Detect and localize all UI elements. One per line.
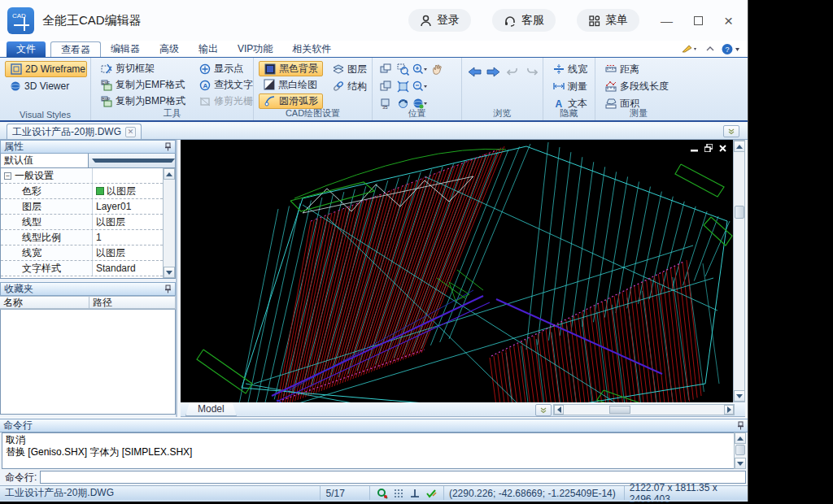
- tab-viewer[interactable]: 查看器: [50, 41, 101, 57]
- pencil-menu-icon[interactable]: [681, 43, 699, 54]
- show-points-icon: [198, 63, 211, 75]
- tab-vip[interactable]: VIP功能: [228, 41, 282, 57]
- copy-emf-button[interactable]: EMF 复制为EMF格式: [96, 77, 190, 93]
- linewidth-button[interactable]: 线宽: [548, 61, 591, 77]
- 2d-wireframe-button[interactable]: 2D Wireframe: [5, 61, 87, 77]
- copy-view-icon[interactable]: [378, 80, 394, 94]
- document-tab-strip: 工业设计产品-20期.DWG ✕: [0, 124, 748, 140]
- scroll-up-icon[interactable]: [164, 168, 175, 180]
- login-button[interactable]: 登录: [408, 9, 471, 32]
- menu-button[interactable]: 菜单: [577, 9, 639, 32]
- show-points-button[interactable]: 显示点: [194, 61, 257, 76]
- preset-dropdown[interactable]: 默认值: [0, 154, 176, 168]
- command-line-entry: 取消: [6, 434, 742, 446]
- osnap-icon[interactable]: [425, 489, 437, 498]
- zoom-window-icon[interactable]: [395, 63, 411, 77]
- property-row[interactable]: 色彩 以图层: [1, 184, 163, 199]
- grid-snap-icon[interactable]: [394, 489, 404, 498]
- property-row[interactable]: 线型比例 1: [1, 230, 163, 245]
- zoom-in-icon[interactable]: [412, 63, 428, 77]
- tab-overflow-icon[interactable]: [723, 125, 739, 137]
- command-prompt-label: 命令行:: [2, 471, 37, 484]
- model-tab-strip: Model: [181, 402, 745, 417]
- scroll-up-icon[interactable]: [735, 432, 746, 444]
- undo-icon[interactable]: [505, 64, 521, 79]
- tab-output[interactable]: 输出: [189, 41, 228, 57]
- help-icon[interactable]: ?: [722, 43, 741, 55]
- minimize-button[interactable]: —: [661, 15, 673, 27]
- favorites-list[interactable]: [0, 310, 176, 415]
- document-tab[interactable]: 工业设计产品-20期.DWG ✕: [7, 124, 142, 139]
- collapse-icon[interactable]: −: [4, 172, 11, 180]
- scroll-thumb[interactable]: [735, 206, 744, 219]
- viewports-icon[interactable]: [378, 63, 394, 77]
- layout-overflow-icon[interactable]: [535, 404, 552, 416]
- scroll-left-icon[interactable]: [554, 405, 564, 415]
- color-swatch: [96, 187, 104, 195]
- model-tab[interactable]: Model: [185, 402, 237, 416]
- property-row[interactable]: 图层 Layer01: [1, 199, 163, 215]
- 3d-viewer-button[interactable]: 3D Viewer: [5, 78, 87, 94]
- measure-toggle-button[interactable]: 测量: [548, 78, 591, 94]
- customer-service-button[interactable]: 客服: [492, 9, 556, 32]
- tab-advanced[interactable]: 高级: [150, 41, 189, 57]
- pan-hand-icon[interactable]: [430, 63, 445, 77]
- favorites-panel: 收藏夹 名称 路径: [0, 282, 176, 415]
- layers-button[interactable]: 图层: [328, 61, 371, 77]
- column-path[interactable]: 路径: [89, 296, 176, 309]
- viewport-minimize-icon[interactable]: [691, 144, 698, 152]
- distance-icon: [604, 63, 617, 76]
- properties-scrollbar[interactable]: [163, 168, 175, 278]
- distance-button[interactable]: 距离: [600, 61, 678, 77]
- maximize-button[interactable]: [694, 15, 703, 27]
- group-position: 35 位置: [373, 58, 462, 120]
- command-scrollbar[interactable]: [734, 432, 746, 469]
- structure-button[interactable]: 结构: [328, 78, 371, 94]
- dropdown-arrow-icon[interactable]: [88, 154, 176, 167]
- viewport-vscrollbar[interactable]: [733, 140, 745, 402]
- pin-icon[interactable]: [737, 421, 744, 430]
- ortho-icon[interactable]: [410, 489, 420, 498]
- tab-editor[interactable]: 编辑器: [101, 41, 150, 57]
- property-row[interactable]: 线宽 以图层: [1, 245, 163, 261]
- pin-icon[interactable]: [164, 285, 172, 293]
- scroll-thumb[interactable]: [735, 445, 745, 455]
- scroll-right-icon[interactable]: [724, 405, 734, 415]
- copy-bmp-icon: BMP: [100, 95, 112, 107]
- zoom-extents-icon[interactable]: [395, 80, 411, 94]
- zoom-out-icon[interactable]: [412, 80, 428, 94]
- tab-related[interactable]: 相关软件: [282, 41, 341, 57]
- back-arrow-icon[interactable]: [467, 64, 482, 79]
- pin-icon[interactable]: [164, 142, 172, 151]
- black-background-button[interactable]: 黑色背景: [259, 61, 323, 76]
- property-row[interactable]: 线型 以图层: [1, 215, 163, 230]
- forward-arrow-icon[interactable]: [486, 64, 502, 79]
- property-group-row[interactable]: −一般设置: [1, 168, 163, 184]
- track-point-icon[interactable]: [377, 488, 388, 499]
- find-text-button[interactable]: A 查找文字: [194, 77, 257, 93]
- command-history[interactable]: 取消 替换 [Geniso.SHX] 字体为 [SIMPLEX.SHX]: [2, 432, 746, 469]
- command-header: 命令行: [0, 419, 748, 432]
- document-close-icon[interactable]: ✕: [125, 127, 136, 137]
- bw-drawing-button[interactable]: 黑白绘图: [259, 77, 323, 93]
- close-button[interactable]: ×: [724, 13, 733, 28]
- redo-icon[interactable]: [525, 64, 540, 79]
- viewport-restore-icon[interactable]: [704, 144, 713, 152]
- scroll-down-icon[interactable]: [164, 267, 175, 278]
- group-hide: 线宽 测量 A 文本 隐藏: [543, 58, 595, 120]
- scroll-thumb[interactable]: [609, 406, 630, 414]
- drawing-canvas[interactable]: [181, 140, 733, 402]
- scroll-down-icon[interactable]: [735, 458, 746, 469]
- tab-file[interactable]: 文件: [7, 41, 46, 57]
- property-row[interactable]: 文字样式 Standard: [1, 261, 163, 276]
- status-bar: 工业设计产品-20期.DWG 5/17 (2290.226; -42.68669…: [0, 485, 748, 500]
- clip-frame-button[interactable]: 剪切框架: [96, 61, 190, 76]
- scroll-down-icon[interactable]: [734, 390, 745, 402]
- column-name[interactable]: 名称: [0, 296, 89, 309]
- polyline-length-button[interactable]: 多段线长度: [600, 78, 678, 94]
- collapse-ribbon-icon[interactable]: [706, 46, 714, 52]
- viewport-close-icon[interactable]: [719, 144, 726, 152]
- trim-raster-icon: [198, 95, 211, 107]
- viewport-hscrollbar[interactable]: [553, 404, 735, 415]
- scroll-up-icon[interactable]: [734, 141, 745, 152]
